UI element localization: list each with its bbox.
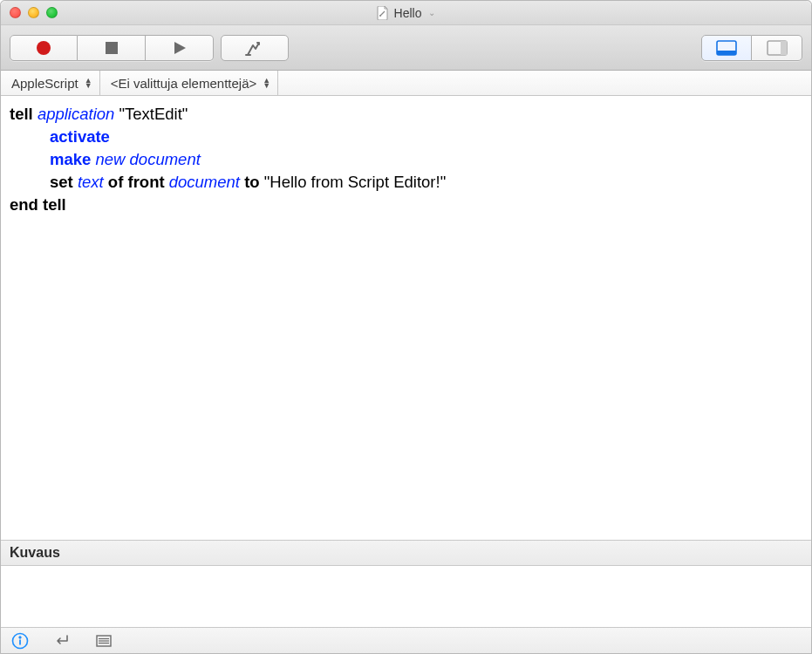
run-button[interactable] [146, 35, 214, 61]
class-text: text [78, 173, 104, 191]
script-editor-window: Hello ⌄ [0, 0, 812, 654]
class-new: new [95, 150, 125, 168]
svg-rect-5 [717, 51, 736, 55]
stepper-icon: ▲▼ [263, 78, 270, 88]
description-body[interactable] [1, 566, 811, 627]
language-popup[interactable]: AppleScript ▲▼ [1, 71, 100, 95]
keyword-of: of [108, 173, 123, 191]
svg-point-0 [379, 15, 381, 17]
svg-rect-10 [19, 639, 21, 644]
keyword-front: front [127, 173, 164, 191]
toolbar [1, 25, 811, 71]
command-activate: activate [50, 127, 110, 146]
svg-point-9 [19, 636, 21, 637]
svg-rect-2 [106, 42, 118, 54]
bottom-panel-button[interactable] [701, 35, 752, 61]
keyword-to: to [244, 173, 259, 191]
command-make: make [50, 150, 91, 168]
selection-label: <Ei valittuja elementtejä> [111, 76, 257, 91]
class-document: document [130, 150, 201, 168]
string-value: "Hello from Script Editor!" [264, 173, 446, 191]
keyword-tell: tell [10, 105, 33, 123]
keyword-end-tell: end tell [10, 195, 66, 214]
description-header-label: Kuvaus [10, 545, 60, 561]
titlebar: Hello ⌄ [1, 1, 811, 25]
traffic-lights [10, 7, 58, 18]
svg-point-1 [37, 41, 51, 55]
run-controls [10, 35, 214, 61]
svg-rect-7 [781, 41, 787, 55]
class-document-2: document [169, 173, 240, 191]
chevron-down-icon: ⌄ [428, 8, 435, 17]
language-label: AppleScript [11, 76, 78, 91]
side-panel-button[interactable] [752, 35, 802, 61]
svg-marker-3 [174, 42, 186, 54]
selection-popup[interactable]: <Ei valittuja elementtejä> ▲▼ [100, 71, 279, 95]
record-button[interactable] [10, 35, 78, 61]
stepper-icon: ▲▼ [85, 78, 92, 88]
list-icon[interactable] [95, 632, 113, 650]
return-icon[interactable] [53, 632, 71, 650]
class-application: application [38, 105, 114, 123]
keyword-set: set [50, 173, 73, 191]
compile-button[interactable] [221, 35, 289, 61]
info-icon[interactable] [11, 632, 29, 650]
document-icon [377, 6, 389, 20]
status-bar [1, 627, 811, 653]
string-appname: "TextEdit" [119, 105, 188, 123]
stop-button[interactable] [78, 35, 146, 61]
minimize-button[interactable] [28, 7, 39, 18]
code-editor[interactable]: tell application "TextEdit" activate mak… [1, 96, 811, 540]
description-header: Kuvaus [1, 540, 811, 566]
window-title: Hello [394, 6, 422, 20]
maximize-button[interactable] [46, 7, 58, 18]
close-button[interactable] [10, 7, 21, 18]
panel-controls [701, 35, 802, 61]
navigation-bar: AppleScript ▲▼ <Ei valittuja elementtejä… [1, 71, 811, 96]
window-title-area[interactable]: Hello ⌄ [1, 6, 811, 20]
